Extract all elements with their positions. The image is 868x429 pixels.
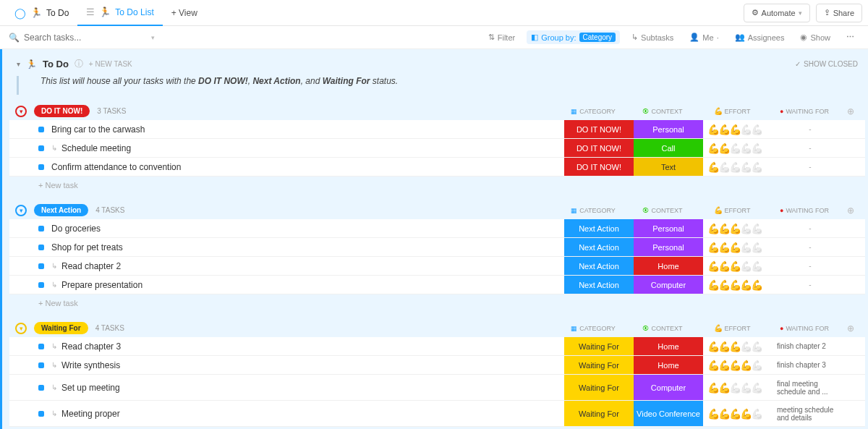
category-cell[interactable]: Waiting For bbox=[564, 356, 634, 374]
status-square[interactable] bbox=[38, 344, 44, 349]
task-name[interactable]: Prepare presentation bbox=[61, 280, 564, 290]
status-square[interactable] bbox=[38, 226, 44, 232]
category-cell[interactable]: Next Action bbox=[564, 257, 634, 275]
group-pill[interactable]: Next Action bbox=[34, 204, 88, 216]
effort-cell[interactable]: 💪💪💪💪💪 bbox=[703, 260, 773, 272]
waiting-cell[interactable]: final meeting schedule and ... bbox=[773, 378, 848, 397]
collapse-toggle[interactable]: ▾ bbox=[15, 106, 27, 117]
status-square[interactable] bbox=[38, 245, 44, 250]
waiting-cell[interactable]: - bbox=[773, 143, 848, 153]
category-cell[interactable]: Waiting For bbox=[564, 375, 634, 400]
effort-cell[interactable]: 💪💪💪💪💪 bbox=[703, 242, 773, 253]
new-task-row[interactable]: + New task bbox=[9, 177, 865, 194]
waiting-cell[interactable]: - bbox=[773, 242, 848, 252]
effort-cell[interactable]: 💪💪💪💪💪 bbox=[703, 360, 773, 371]
task-row[interactable]: ↳ Read chapter 3 Waiting For Home 💪💪💪💪💪 … bbox=[9, 337, 865, 356]
add-column-button[interactable]: ⊕ bbox=[842, 106, 859, 116]
info-icon[interactable]: ⓘ bbox=[75, 58, 83, 70]
context-cell[interactable]: Personal bbox=[634, 120, 703, 138]
category-cell[interactable]: Next Action bbox=[564, 238, 634, 256]
me-button[interactable]: 👤Me · bbox=[685, 30, 723, 44]
add-view-button[interactable]: + View bbox=[163, 0, 206, 26]
effort-cell[interactable]: 💪💪💪💪💪 bbox=[703, 161, 773, 173]
task-name[interactable]: Read chapter 3 bbox=[61, 341, 564, 352]
add-column-button[interactable]: ⊕ bbox=[842, 323, 859, 334]
col-category[interactable]: ▦ CATEGORY bbox=[558, 108, 628, 115]
task-name[interactable]: Write synthesis bbox=[61, 360, 564, 370]
task-row[interactable]: ↳ Read chapter 2 Next Action Home 💪💪💪💪💪 … bbox=[9, 257, 865, 276]
task-name[interactable]: Do groceries bbox=[51, 224, 564, 234]
task-name[interactable]: Schedule meeting bbox=[61, 143, 564, 153]
col-category[interactable]: ▦ CATEGORY bbox=[558, 325, 628, 332]
status-square[interactable] bbox=[38, 145, 44, 151]
status-square[interactable] bbox=[38, 263, 44, 269]
status-square[interactable] bbox=[38, 282, 44, 288]
effort-cell[interactable]: 💪💪💪💪💪 bbox=[703, 124, 773, 135]
share-button[interactable]: ⇪ Share bbox=[816, 4, 862, 22]
col-category[interactable]: ▦ CATEGORY bbox=[558, 207, 628, 214]
context-cell[interactable]: Computer bbox=[634, 375, 703, 400]
collapse-toggle[interactable]: ▾ bbox=[15, 323, 27, 334]
col-waiting[interactable]: ● WAITING FOR bbox=[767, 325, 842, 332]
new-task-row[interactable]: + New task bbox=[9, 294, 865, 312]
more-button[interactable]: ⋯ bbox=[842, 30, 859, 44]
task-name[interactable]: Set up meeting bbox=[61, 383, 564, 393]
waiting-cell[interactable]: - bbox=[773, 260, 848, 271]
col-effort[interactable]: 💪 EFFORT bbox=[697, 107, 767, 115]
collapse-toggle[interactable]: ▾ bbox=[15, 205, 27, 216]
context-cell[interactable]: Call bbox=[634, 139, 703, 157]
task-row[interactable]: Confirm attendance to convention DO IT N… bbox=[9, 158, 865, 177]
context-cell[interactable]: Computer bbox=[634, 276, 703, 294]
waiting-cell[interactable]: finish chapter 2 bbox=[773, 341, 848, 352]
col-waiting[interactable]: ● WAITING FOR bbox=[767, 207, 842, 214]
effort-cell[interactable]: 💪💪💪💪💪 bbox=[703, 279, 773, 291]
waiting-cell[interactable]: - bbox=[773, 223, 848, 234]
col-context[interactable]: ⦿ CONTEXT bbox=[628, 108, 697, 115]
category-cell[interactable]: Waiting For bbox=[564, 337, 634, 355]
task-row[interactable]: Do groceries Next Action Personal 💪💪💪💪💪 … bbox=[9, 219, 865, 238]
waiting-cell[interactable]: - bbox=[773, 124, 848, 135]
show-button[interactable]: ◉Show bbox=[796, 30, 835, 44]
task-row[interactable]: ↳ Prepare presentation Next Action Compu… bbox=[9, 276, 865, 294]
task-name[interactable]: Meeting proper bbox=[61, 409, 564, 419]
subtasks-button[interactable]: ↳Subtasks bbox=[627, 30, 678, 44]
waiting-cell[interactable]: meeting schedule and details bbox=[773, 404, 848, 423]
status-square[interactable] bbox=[38, 411, 44, 417]
category-cell[interactable]: Next Action bbox=[564, 219, 634, 237]
task-name[interactable]: Bring car to the carwash bbox=[51, 124, 564, 135]
chevron-down-icon[interactable]: ▾ bbox=[151, 34, 155, 41]
group-pill[interactable]: Waiting For bbox=[34, 322, 88, 334]
task-row[interactable]: Bring car to the carwash DO IT NOW! Pers… bbox=[9, 120, 865, 139]
task-row[interactable]: ↳ Write synthesis Waiting For Home 💪💪💪💪💪… bbox=[9, 356, 865, 375]
add-column-button[interactable]: ⊕ bbox=[842, 205, 859, 216]
effort-cell[interactable]: 💪💪💪💪💪 bbox=[703, 143, 773, 154]
filter-button[interactable]: ⇅Filter bbox=[484, 30, 519, 44]
status-square[interactable] bbox=[38, 362, 44, 368]
new-task-button[interactable]: + NEW TASK bbox=[89, 60, 132, 68]
chevron-down-icon[interactable]: ▾ bbox=[17, 60, 20, 68]
category-cell[interactable]: DO IT NOW! bbox=[564, 139, 634, 157]
category-cell[interactable]: DO IT NOW! bbox=[564, 120, 634, 138]
col-context[interactable]: ⦿ CONTEXT bbox=[628, 207, 697, 214]
category-cell[interactable]: Waiting For bbox=[564, 401, 634, 426]
task-name[interactable]: Shop for pet treats bbox=[51, 242, 564, 252]
effort-cell[interactable]: 💪💪💪💪💪 bbox=[703, 341, 773, 352]
task-row[interactable]: Shop for pet treats Next Action Personal… bbox=[9, 238, 865, 257]
tab-space[interactable]: ◯ 🏃 To Do bbox=[6, 0, 77, 26]
status-square[interactable] bbox=[38, 385, 44, 391]
task-name[interactable]: Read chapter 2 bbox=[61, 261, 564, 271]
effort-cell[interactable]: 💪💪💪💪💪 bbox=[703, 382, 773, 394]
col-waiting[interactable]: ● WAITING FOR bbox=[767, 108, 842, 115]
groupby-button[interactable]: ◧Group by: Category bbox=[527, 30, 620, 44]
task-row[interactable]: ↳ Schedule meeting DO IT NOW! Call 💪💪💪💪💪… bbox=[9, 139, 865, 158]
col-effort[interactable]: 💪 EFFORT bbox=[697, 206, 767, 214]
effort-cell[interactable]: 💪💪💪💪💪 bbox=[703, 408, 773, 420]
task-row[interactable]: ↳ Meeting proper Waiting For Video Confe… bbox=[9, 401, 865, 427]
waiting-cell[interactable]: finish chapter 3 bbox=[773, 360, 848, 370]
context-cell[interactable]: Home bbox=[634, 337, 703, 355]
assignees-button[interactable]: 👥Assignees bbox=[731, 30, 789, 44]
task-name[interactable]: Confirm attendance to convention bbox=[51, 162, 564, 172]
context-cell[interactable]: Video Conference bbox=[634, 401, 703, 426]
group-pill[interactable]: DO IT NOW! bbox=[34, 105, 90, 117]
context-cell[interactable]: Home bbox=[634, 257, 703, 275]
